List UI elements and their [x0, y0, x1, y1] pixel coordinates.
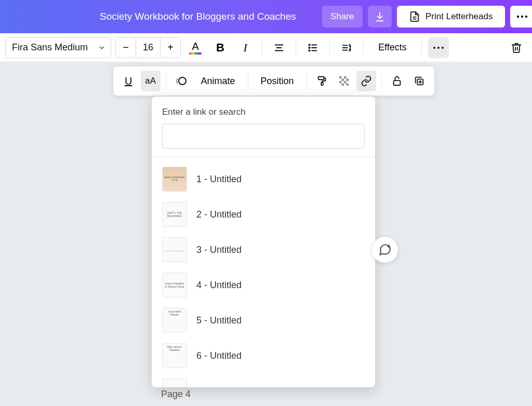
- align-center-icon: [273, 42, 285, 53]
- svg-rect-22: [318, 77, 324, 80]
- link-page-label: 3 - Untitled: [196, 245, 242, 255]
- download-button[interactable]: [368, 6, 392, 28]
- position-button[interactable]: Position: [253, 71, 301, 91]
- link-page-item[interactable]: Insert A Headline or Section Name 4 - Un…: [152, 267, 375, 303]
- copy-style-button[interactable]: [312, 71, 332, 91]
- separator: [166, 73, 166, 89]
- bold-button[interactable]: B: [210, 37, 231, 58]
- font-family-select[interactable]: Fira Sans Medium: [5, 37, 111, 58]
- add-comment-button[interactable]: [372, 237, 398, 263]
- link-page-label: 2 - Untitled: [196, 209, 242, 220]
- duplicate-icon: [414, 75, 425, 87]
- svg-rect-29: [344, 81, 347, 84]
- lock-button[interactable]: [387, 71, 407, 91]
- svg-point-12: [309, 50, 310, 51]
- separator: [329, 40, 330, 56]
- document-title[interactable]: Society Workbook for Bloggers and Coache…: [100, 11, 296, 22]
- link-search-panel: Enter a link or search INSERT WORKBOOK T…: [152, 97, 375, 387]
- font-size-increase-button[interactable]: +: [161, 38, 180, 58]
- page-indicator[interactable]: Page 4: [161, 389, 191, 400]
- link-page-list[interactable]: INSERT WORKBOOK TITLE 1 - Untitled PART …: [152, 158, 375, 387]
- uppercase-button[interactable]: aA: [141, 71, 161, 91]
- download-icon: [374, 11, 385, 22]
- font-size-group: − +: [115, 37, 181, 58]
- list-bullet-icon: [307, 42, 318, 53]
- separator: [363, 40, 364, 56]
- link-page-label: 7 - Untitled: [196, 386, 242, 388]
- separator: [381, 73, 382, 89]
- paint-roller-icon: [316, 75, 328, 87]
- svg-point-4: [525, 16, 527, 18]
- link-search-label: Enter a link or search: [152, 107, 375, 124]
- animate-button[interactable]: Animate: [193, 71, 242, 91]
- text-color-button[interactable]: A: [185, 37, 206, 58]
- link-search-input-wrap[interactable]: [162, 124, 365, 148]
- comment-plus-icon: [378, 243, 392, 256]
- italic-icon: I: [243, 41, 247, 55]
- delete-button[interactable]: [506, 37, 527, 58]
- duplicate-button[interactable]: [409, 71, 429, 91]
- separator: [262, 40, 262, 56]
- alignment-button[interactable]: [269, 37, 289, 58]
- page-thumbnail: PART 1 THE BEGINNING: [162, 202, 187, 227]
- svg-point-21: [179, 77, 186, 85]
- link-page-item[interactable]: Main section Headline 6 - Untitled: [152, 338, 375, 373]
- header-buttons: Share Print Letterheads: [322, 6, 532, 28]
- top-header: Society Workbook for Bloggers and Coache…: [0, 0, 532, 33]
- page-thumbnail: [162, 378, 187, 387]
- spacing-button[interactable]: [336, 37, 357, 58]
- transparency-button[interactable]: [334, 71, 354, 91]
- svg-point-2: [517, 16, 519, 18]
- link-icon: [361, 75, 372, 87]
- share-button[interactable]: Share: [322, 6, 363, 28]
- svg-rect-24: [339, 76, 342, 79]
- link-page-label: 1 - Untitled: [196, 174, 242, 185]
- link-page-item[interactable]: INSERT WORKBOOK TITLE 1 - Untitled: [152, 161, 375, 197]
- page-thumbnail: ___ ___ ___ ___: [162, 237, 187, 262]
- text-toolbar: Fira Sans Medium − + A B I: [0, 33, 532, 62]
- print-button[interactable]: Print Letterheads: [397, 6, 505, 28]
- transparency-icon: [338, 75, 350, 87]
- page-thumbnail: Main section Headline: [162, 343, 187, 368]
- chevron-down-icon: [98, 44, 105, 51]
- svg-rect-25: [344, 76, 347, 79]
- underline-button[interactable]: U: [118, 71, 139, 91]
- more-tools-button[interactable]: [428, 37, 449, 58]
- font-size-input[interactable]: [136, 38, 161, 58]
- svg-point-10: [309, 47, 310, 48]
- document-icon: [409, 11, 420, 22]
- link-page-item[interactable]: Insert Main Header 5 - Untitled: [152, 303, 375, 338]
- svg-rect-31: [347, 84, 349, 86]
- svg-point-8: [309, 44, 310, 45]
- bold-icon: B: [216, 41, 224, 55]
- link-button[interactable]: [356, 71, 377, 91]
- link-search-input[interactable]: [169, 131, 358, 141]
- italic-button[interactable]: I: [235, 37, 256, 58]
- svg-point-3: [521, 16, 523, 18]
- svg-point-19: [437, 47, 440, 49]
- underline-icon: U: [125, 75, 132, 87]
- ellipsis-icon: [516, 15, 528, 18]
- secondary-toolbar: U aA Animate Position: [113, 66, 434, 96]
- animate-icon: [175, 75, 188, 87]
- ellipsis-icon: [433, 46, 444, 49]
- text-color-icon: A: [189, 41, 202, 55]
- list-button[interactable]: [302, 37, 323, 58]
- font-size-decrease-button[interactable]: −: [116, 38, 136, 58]
- svg-rect-27: [347, 78, 349, 81]
- animate-icon-button[interactable]: [171, 71, 192, 91]
- font-family-label: Fira Sans Medium: [12, 42, 88, 53]
- divider: [152, 157, 375, 157]
- link-page-label: 6 - Untitled: [196, 350, 242, 361]
- link-page-label: 5 - Untitled: [196, 315, 242, 326]
- link-page-label: 4 - Untitled: [196, 280, 242, 291]
- svg-rect-32: [394, 80, 401, 85]
- svg-rect-23: [321, 83, 323, 86]
- link-page-item[interactable]: ___ ___ ___ ___ 3 - Untitled: [152, 232, 375, 267]
- more-menu-button[interactable]: [510, 6, 532, 28]
- uppercase-icon: aA: [145, 76, 156, 86]
- link-page-item[interactable]: 7 - Untitled: [152, 373, 375, 387]
- link-page-item[interactable]: PART 1 THE BEGINNING 2 - Untitled: [152, 197, 375, 232]
- effects-button[interactable]: Effects: [370, 37, 415, 58]
- svg-point-18: [433, 47, 435, 49]
